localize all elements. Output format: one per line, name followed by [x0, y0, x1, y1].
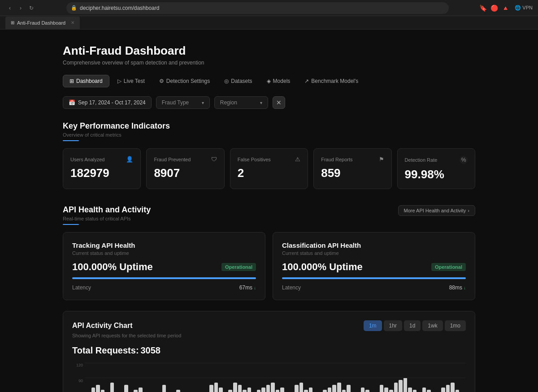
tab-live-test[interactable]: ▷ Live Test	[111, 75, 151, 87]
more-api-health-button[interactable]: More API Health and Activity ›	[398, 205, 475, 216]
classification-api-status: Operational	[431, 263, 466, 271]
bar-68	[408, 388, 412, 392]
fraud-type-filter[interactable]: Fraud Type ▾	[156, 96, 210, 109]
kpi-value-fraud-prevented: 8907	[154, 166, 217, 180]
page-title: Anti-Fraud Dashboard	[63, 44, 475, 58]
browser-actions: 🔖 🔴 🔺 🌐 VPN	[479, 4, 533, 12]
bars-and-labels: 04:30 PM04:34 PM04:38 PM04:42 PM04:46 PM…	[85, 363, 466, 392]
kpi-label-users: Users Analyzed	[70, 157, 104, 162]
activity-chart-title: API Activity Chart	[72, 322, 133, 330]
browser-nav: ‹ › ↻	[5, 4, 36, 13]
tab-detection-settings[interactable]: ⚙ Detection Settings	[153, 75, 216, 87]
kpi-label-fraud-reports: Fraud Reports	[321, 157, 352, 162]
address-bar[interactable]: 🔒 decipher.hairetsu.com/dashboard	[66, 2, 449, 14]
kpi-section-title: Key Performance Indicators	[63, 121, 475, 131]
chart-area: 120 90 60 30 0 04:30 PM04:34 PM04:3	[72, 363, 466, 392]
time-btn-1d[interactable]: 1d	[404, 320, 421, 331]
tab-benchmark[interactable]: ↗ Benchmark Model's	[298, 75, 364, 87]
bar-52	[332, 385, 336, 392]
security-icon: 🔒	[71, 5, 77, 11]
bar-8	[124, 385, 128, 392]
kpi-value-false-positives: 2	[238, 166, 300, 180]
region-filter[interactable]: Region ▾	[214, 96, 268, 109]
dashboard-icon: ⊞	[69, 78, 74, 84]
kpi-label-false-positives: False Positives	[238, 157, 271, 162]
bar-3	[101, 390, 105, 392]
browser-chrome: ‹ › ↻ 🔒 decipher.hairetsu.com/dashboard …	[0, 0, 538, 16]
back-btn[interactable]: ‹	[5, 4, 14, 13]
alert-icon: 🔴	[490, 4, 498, 12]
bar-2	[96, 385, 100, 392]
time-btn-1m[interactable]: 1m	[364, 320, 382, 331]
classification-api-subtitle: Current status and uptime	[282, 250, 466, 256]
tab-icon: ⊞	[11, 20, 14, 25]
percent-icon: %	[460, 156, 468, 164]
kpi-card-false-positives: False Positives ⚠ 2	[230, 148, 308, 189]
grid-line-90	[85, 378, 466, 378]
bar-16	[162, 385, 166, 392]
tracking-api-uptime: 100.000% Uptime	[72, 261, 153, 273]
activity-chart-header: API Activity Chart 1m 1hr 1d 1wk 1mo	[72, 320, 466, 331]
tracking-api-title: Tracking API Health	[72, 241, 256, 249]
time-btn-1wk[interactable]: 1wk	[422, 320, 443, 331]
live-test-icon: ▷	[117, 78, 121, 84]
grid-line-120	[85, 363, 466, 363]
bar-53	[337, 383, 341, 392]
api-health-section-title: API Health and Activity	[63, 205, 151, 215]
bar-19	[176, 390, 180, 392]
warning-icon: 🔺	[502, 4, 509, 12]
chevron-down-icon: ▾	[202, 100, 204, 105]
tab-dashboard[interactable]: ⊞ Dashboard	[63, 75, 109, 87]
forward-btn[interactable]: ›	[16, 4, 25, 13]
url-text: decipher.hairetsu.com/dashboard	[80, 5, 159, 11]
bookmark-icon[interactable]: 🔖	[479, 4, 487, 12]
tab-close-icon[interactable]: ✕	[71, 20, 74, 25]
tracking-latency-down-icon: ↓	[254, 285, 256, 290]
y-axis: 120 90 60 30 0	[72, 363, 85, 392]
bar-69	[413, 390, 417, 392]
calendar-icon: 📅	[69, 99, 75, 106]
classification-api-title: Classification API Health	[282, 241, 466, 249]
browser-tab[interactable]: ⊞ Anti-Fraud Dashboard ✕	[5, 17, 80, 29]
bar-10	[134, 390, 138, 392]
bar-38	[266, 385, 270, 392]
region-label: Region	[220, 99, 237, 106]
bar-67	[404, 378, 408, 392]
reload-btn[interactable]: ↻	[27, 4, 36, 13]
bar-47	[309, 388, 313, 392]
kpi-section-underline	[63, 140, 79, 141]
page-content: Anti-Fraud Dashboard Comprehensive overv…	[0, 30, 538, 392]
tracking-api-progress-fill	[72, 277, 256, 279]
fraud-type-label: Fraud Type	[162, 99, 189, 106]
bar-40	[276, 390, 280, 392]
kpi-value-fraud-reports: 859	[321, 166, 384, 180]
kpi-grid: Users Analyzed 👤 182979 Fraud Prevented …	[63, 148, 475, 189]
tab-title: Anti-Fraud Dashboard	[17, 20, 65, 26]
kpi-card-users-analyzed: Users Analyzed 👤 182979	[63, 148, 141, 189]
tracking-api-progress-bg	[72, 277, 256, 279]
bar-32	[238, 385, 242, 392]
kpi-value-users: 182979	[70, 166, 133, 180]
tracking-api-latency: 67ms ↓	[239, 284, 256, 291]
bar-77	[451, 383, 455, 392]
datasets-icon: ◎	[224, 78, 229, 84]
tab-datasets[interactable]: ◎ Datasets	[218, 75, 258, 87]
kpi-section-subtitle: Overview of critical metrics	[63, 132, 475, 138]
total-requests-value: 3058	[140, 345, 161, 355]
time-btn-1mo[interactable]: 1mo	[445, 320, 466, 331]
filter-bar: 📅 Sep 17, 2024 - Oct 17, 2024 Fraud Type…	[63, 96, 475, 109]
tracking-api-card: Tracking API Health Current status and u…	[63, 232, 265, 300]
time-btn-1hr[interactable]: 1hr	[384, 320, 402, 331]
clear-filters-button[interactable]: ✕	[273, 96, 285, 109]
y-label-120: 120	[76, 363, 83, 367]
tab-models[interactable]: ◈ Models	[260, 75, 297, 87]
users-icon: 👤	[126, 156, 133, 163]
bar-76	[446, 385, 450, 392]
bars-container	[85, 363, 466, 392]
bar-31	[233, 383, 237, 392]
chevron-right-icon: ›	[468, 208, 469, 213]
bar-28	[219, 388, 223, 392]
date-range-filter[interactable]: 📅 Sep 17, 2024 - Oct 17, 2024	[63, 96, 152, 109]
tracking-api-latency-row: Latency 67ms ↓	[72, 284, 256, 291]
classification-api-latency: 88ms ↓	[449, 284, 466, 291]
